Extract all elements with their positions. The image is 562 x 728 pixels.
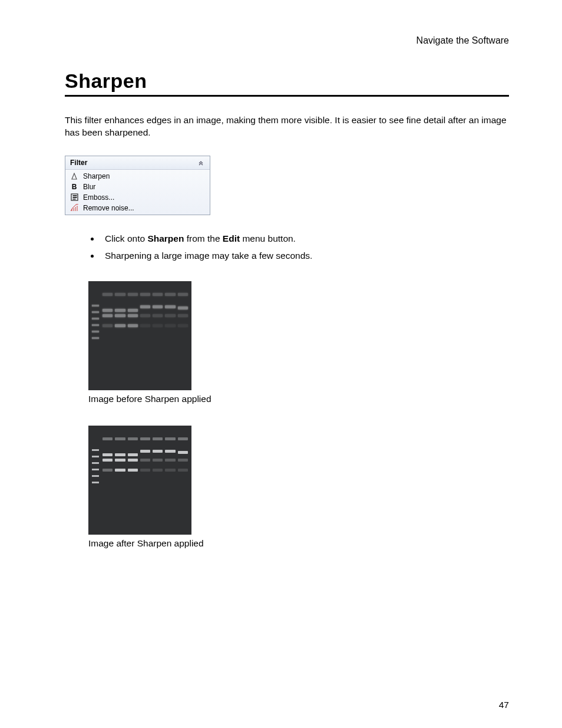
emboss-icon <box>70 193 78 202</box>
text-bold: Edit <box>223 233 240 243</box>
title-rule <box>65 95 509 97</box>
breadcrumb: Navigate the Software <box>65 35 509 46</box>
page-number: 47 <box>499 700 509 710</box>
svg-rect-7 <box>77 206 78 211</box>
figure-caption-after: Image after Sharpen applied <box>88 538 509 549</box>
filter-item-label: Remove noise... <box>83 204 134 212</box>
text-fragment: Click onto <box>105 233 147 243</box>
filter-item-sharpen[interactable]: Sharpen <box>65 171 210 182</box>
intro-paragraph: This filter enhances edges in an image, … <box>65 114 509 139</box>
svg-rect-2 <box>72 197 77 198</box>
sharpen-icon <box>70 172 78 180</box>
svg-rect-6 <box>75 207 76 211</box>
figure-before: Image before Sharpen applied <box>88 281 509 404</box>
filter-item-blur[interactable]: B Blur <box>65 182 210 192</box>
filter-panel-header[interactable]: Filter <box>65 156 210 170</box>
noise-icon <box>70 204 78 212</box>
figure-after: Image after Sharpen applied <box>88 426 509 549</box>
filter-item-label: Sharpen <box>83 172 110 180</box>
filter-item-label: Blur <box>83 183 95 191</box>
instruction-item: Sharpening a large image may take a few … <box>100 247 509 264</box>
svg-rect-3 <box>72 199 75 200</box>
document-page: Navigate the Software Sharpen This filte… <box>0 0 562 728</box>
filter-panel: Filter Sharpen B Blur Emboss... <box>65 156 210 215</box>
filter-item-remove-noise[interactable]: Remove noise... <box>65 203 210 213</box>
text-bold: Sharpen <box>147 233 184 243</box>
filter-panel-body: Sharpen B Blur Emboss... Remove noise... <box>65 170 210 215</box>
figure-caption-before: Image before Sharpen applied <box>88 394 509 404</box>
svg-rect-5 <box>73 208 74 211</box>
text-fragment: menu button. <box>240 233 296 243</box>
instruction-item: Click onto Sharpen from the Edit menu bu… <box>100 230 509 247</box>
instruction-list: Click onto Sharpen from the Edit menu bu… <box>88 230 509 265</box>
filter-panel-title: Filter <box>70 159 87 167</box>
gel-image-after <box>88 426 191 535</box>
blur-icon: B <box>70 183 78 191</box>
svg-rect-1 <box>72 195 77 196</box>
text-fragment: from the <box>184 233 222 243</box>
filter-item-emboss[interactable]: Emboss... <box>65 192 210 203</box>
page-title: Sharpen <box>65 70 509 93</box>
filter-item-label: Emboss... <box>83 193 114 202</box>
collapse-icon[interactable] <box>197 159 205 167</box>
gel-image-before <box>88 281 191 390</box>
